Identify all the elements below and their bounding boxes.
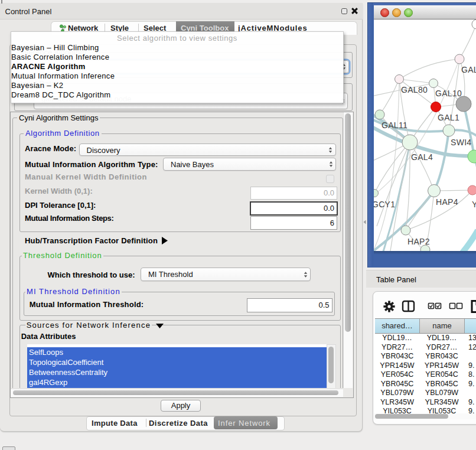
svg-text:GAL1: GAL1 — [438, 113, 459, 122]
svg-text:GAL10: GAL10 — [435, 89, 462, 98]
svg-text:GAL4: GAL4 — [411, 152, 433, 162]
svg-text:GCY1: GCY1 — [374, 200, 395, 209]
svg-text:GAL80: GAL80 — [401, 85, 428, 94]
svg-text:HAP4: HAP4 — [436, 197, 458, 207]
svg-text:GAL11: GAL11 — [382, 120, 407, 130]
svg-text:GAL: GAL — [461, 65, 476, 74]
svg-text:HAP2: HAP2 — [407, 237, 430, 246]
svg-text:SWI4: SWI4 — [451, 138, 471, 147]
svg-text:Y: Y — [472, 200, 476, 209]
